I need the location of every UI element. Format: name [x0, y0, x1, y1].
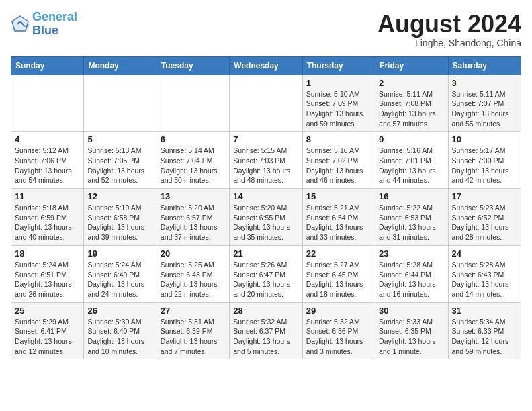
calendar-cell: 4Sunrise: 5:12 AM Sunset: 7:06 PM Daylig…: [11, 132, 84, 189]
calendar-cell: 29Sunrise: 5:32 AM Sunset: 6:36 PM Dayli…: [302, 302, 375, 359]
day-number: 14: [233, 191, 298, 201]
day-info: Sunrise: 5:32 AM Sunset: 6:37 PM Dayligh…: [233, 317, 298, 357]
calendar-week-row: 4Sunrise: 5:12 AM Sunset: 7:06 PM Daylig…: [11, 132, 521, 189]
day-number: 24: [452, 248, 517, 259]
title-block: August 2024 Linghe, Shandong, China: [378, 11, 521, 48]
day-number: 21: [233, 248, 298, 259]
day-info: Sunrise: 5:34 AM Sunset: 6:33 PM Dayligh…: [452, 317, 517, 357]
day-info: Sunrise: 5:18 AM Sunset: 6:59 PM Dayligh…: [15, 203, 80, 242]
calendar-cell: 5Sunrise: 5:13 AM Sunset: 7:05 PM Daylig…: [84, 132, 157, 189]
day-info: Sunrise: 5:24 AM Sunset: 6:51 PM Dayligh…: [15, 260, 80, 300]
calendar-cell: 15Sunrise: 5:21 AM Sunset: 6:54 PM Dayli…: [302, 189, 375, 246]
day-number: 28: [233, 306, 298, 316]
day-info: Sunrise: 5:19 AM Sunset: 6:58 PM Dayligh…: [87, 203, 152, 242]
day-info: Sunrise: 5:27 AM Sunset: 6:45 PM Dayligh…: [306, 260, 371, 300]
calendar-cell: [157, 75, 229, 132]
day-info: Sunrise: 5:14 AM Sunset: 7:04 PM Dayligh…: [161, 146, 226, 185]
calendar-cell: 12Sunrise: 5:19 AM Sunset: 6:58 PM Dayli…: [84, 189, 157, 246]
day-number: 18: [15, 248, 80, 259]
day-number: 1: [306, 78, 371, 88]
day-number: 26: [87, 306, 152, 316]
calendar-cell: 21Sunrise: 5:26 AM Sunset: 6:47 PM Dayli…: [230, 245, 302, 302]
calendar-cell: 30Sunrise: 5:33 AM Sunset: 6:35 PM Dayli…: [375, 302, 448, 359]
day-info: Sunrise: 5:17 AM Sunset: 7:00 PM Dayligh…: [452, 146, 517, 185]
day-info: Sunrise: 5:20 AM Sunset: 6:55 PM Dayligh…: [233, 203, 298, 242]
calendar-cell: 10Sunrise: 5:17 AM Sunset: 7:00 PM Dayli…: [448, 132, 521, 189]
calendar-week-row: 11Sunrise: 5:18 AM Sunset: 6:59 PM Dayli…: [11, 189, 521, 246]
day-info: Sunrise: 5:20 AM Sunset: 6:57 PM Dayligh…: [161, 203, 226, 242]
day-info: Sunrise: 5:26 AM Sunset: 6:47 PM Dayligh…: [233, 260, 298, 300]
calendar-cell: 20Sunrise: 5:25 AM Sunset: 6:48 PM Dayli…: [157, 245, 229, 302]
logo: GeneralBlue: [11, 11, 77, 38]
day-info: Sunrise: 5:30 AM Sunset: 6:40 PM Dayligh…: [87, 317, 152, 357]
day-info: Sunrise: 5:24 AM Sunset: 6:49 PM Dayligh…: [87, 260, 152, 300]
calendar-cell: 23Sunrise: 5:28 AM Sunset: 6:44 PM Dayli…: [375, 245, 448, 302]
svg-marker-1: [13, 17, 28, 31]
day-info: Sunrise: 5:13 AM Sunset: 7:05 PM Dayligh…: [87, 146, 152, 185]
calendar-cell: 26Sunrise: 5:30 AM Sunset: 6:40 PM Dayli…: [84, 302, 157, 359]
weekday-header: Wednesday: [230, 56, 302, 75]
day-number: 20: [161, 248, 226, 259]
calendar-cell: 3Sunrise: 5:11 AM Sunset: 7:07 PM Daylig…: [448, 75, 521, 132]
weekday-header: Friday: [375, 56, 448, 75]
day-info: Sunrise: 5:21 AM Sunset: 6:54 PM Dayligh…: [306, 203, 371, 242]
calendar-cell: 7Sunrise: 5:15 AM Sunset: 7:03 PM Daylig…: [230, 132, 302, 189]
day-number: 2: [379, 78, 444, 88]
day-number: 22: [306, 248, 371, 259]
day-number: 31: [452, 306, 517, 316]
calendar-week-row: 1Sunrise: 5:10 AM Sunset: 7:09 PM Daylig…: [11, 75, 521, 132]
calendar-cell: 13Sunrise: 5:20 AM Sunset: 6:57 PM Dayli…: [157, 189, 229, 246]
day-number: 9: [379, 134, 444, 144]
day-info: Sunrise: 5:31 AM Sunset: 6:39 PM Dayligh…: [161, 317, 226, 357]
calendar-cell: 11Sunrise: 5:18 AM Sunset: 6:59 PM Dayli…: [11, 189, 84, 246]
day-info: Sunrise: 5:32 AM Sunset: 6:36 PM Dayligh…: [306, 317, 371, 357]
month-title: August 2024: [378, 11, 521, 38]
calendar-week-row: 25Sunrise: 5:29 AM Sunset: 6:41 PM Dayli…: [11, 302, 521, 359]
day-info: Sunrise: 5:15 AM Sunset: 7:03 PM Dayligh…: [233, 146, 298, 185]
calendar-cell: 6Sunrise: 5:14 AM Sunset: 7:04 PM Daylig…: [157, 132, 229, 189]
day-info: Sunrise: 5:29 AM Sunset: 6:41 PM Dayligh…: [15, 317, 80, 357]
calendar-cell: 24Sunrise: 5:28 AM Sunset: 6:43 PM Dayli…: [448, 245, 521, 302]
page-header: GeneralBlue August 2024 Linghe, Shandong…: [11, 11, 521, 48]
calendar-table: SundayMondayTuesdayWednesdayThursdayFrid…: [11, 56, 521, 360]
day-number: 12: [87, 191, 152, 201]
calendar-cell: 18Sunrise: 5:24 AM Sunset: 6:51 PM Dayli…: [11, 245, 84, 302]
calendar-cell: 14Sunrise: 5:20 AM Sunset: 6:55 PM Dayli…: [230, 189, 302, 246]
day-info: Sunrise: 5:16 AM Sunset: 7:02 PM Dayligh…: [306, 146, 371, 185]
day-number: 5: [87, 134, 152, 144]
day-number: 19: [87, 248, 152, 259]
day-number: 15: [306, 191, 371, 201]
weekday-header: Thursday: [302, 56, 375, 75]
day-info: Sunrise: 5:16 AM Sunset: 7:01 PM Dayligh…: [379, 146, 444, 185]
calendar-cell: 27Sunrise: 5:31 AM Sunset: 6:39 PM Dayli…: [157, 302, 229, 359]
weekday-header: Tuesday: [157, 56, 229, 75]
calendar-cell: 31Sunrise: 5:34 AM Sunset: 6:33 PM Dayli…: [448, 302, 521, 359]
calendar-cell: 9Sunrise: 5:16 AM Sunset: 7:01 PM Daylig…: [375, 132, 448, 189]
day-number: 6: [161, 134, 226, 144]
day-info: Sunrise: 5:11 AM Sunset: 7:07 PM Dayligh…: [452, 89, 517, 129]
logo-text: GeneralBlue: [32, 11, 77, 38]
day-number: 11: [15, 191, 80, 201]
calendar-cell: 28Sunrise: 5:32 AM Sunset: 6:37 PM Dayli…: [230, 302, 302, 359]
day-number: 7: [233, 134, 298, 144]
day-info: Sunrise: 5:25 AM Sunset: 6:48 PM Dayligh…: [161, 260, 226, 300]
calendar-cell: [230, 75, 302, 132]
weekday-header: Sunday: [11, 56, 84, 75]
day-info: Sunrise: 5:23 AM Sunset: 6:52 PM Dayligh…: [452, 203, 517, 242]
day-info: Sunrise: 5:10 AM Sunset: 7:09 PM Dayligh…: [306, 89, 371, 129]
day-number: 29: [306, 306, 371, 316]
day-number: 4: [15, 134, 80, 144]
day-number: 13: [161, 191, 226, 201]
calendar-cell: [11, 75, 84, 132]
calendar-cell: 17Sunrise: 5:23 AM Sunset: 6:52 PM Dayli…: [448, 189, 521, 246]
calendar-cell: 2Sunrise: 5:11 AM Sunset: 7:08 PM Daylig…: [375, 75, 448, 132]
calendar-cell: 22Sunrise: 5:27 AM Sunset: 6:45 PM Dayli…: [302, 245, 375, 302]
calendar-week-row: 18Sunrise: 5:24 AM Sunset: 6:51 PM Dayli…: [11, 245, 521, 302]
location-subtitle: Linghe, Shandong, China: [378, 38, 521, 48]
day-info: Sunrise: 5:22 AM Sunset: 6:53 PM Dayligh…: [379, 203, 444, 242]
day-number: 10: [452, 134, 517, 144]
calendar-cell: 25Sunrise: 5:29 AM Sunset: 6:41 PM Dayli…: [11, 302, 84, 359]
calendar-cell: 8Sunrise: 5:16 AM Sunset: 7:02 PM Daylig…: [302, 132, 375, 189]
calendar-cell: [84, 75, 157, 132]
day-number: 23: [379, 248, 444, 259]
